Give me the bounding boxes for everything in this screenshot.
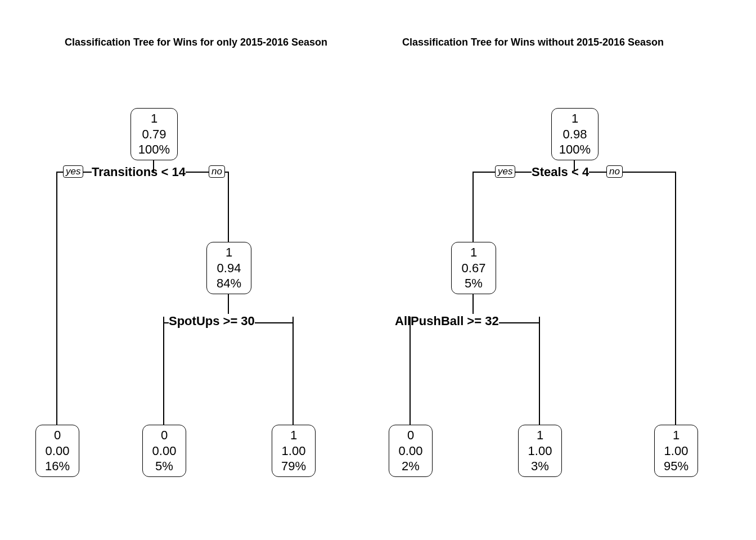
node-pct: 5% bbox=[457, 276, 490, 291]
yes-tag: yes bbox=[63, 165, 83, 178]
diagram-canvas: Classification Tree for Wins for only 20… bbox=[0, 0, 756, 540]
node-class: 1 bbox=[278, 428, 309, 443]
node-class: 0 bbox=[395, 428, 426, 443]
left-tree-title: Classification Tree for Wins for only 20… bbox=[65, 37, 327, 48]
edge bbox=[56, 172, 57, 425]
node-prob: 0.79 bbox=[137, 127, 172, 142]
left-leaf-a: 0 0.00 16% bbox=[35, 425, 79, 477]
node-prob: 0.00 bbox=[395, 443, 426, 459]
right-mid-node: 1 0.67 5% bbox=[451, 242, 496, 294]
left-split2-label: SpotUps >= 30 bbox=[169, 314, 255, 328]
edge bbox=[539, 317, 540, 322]
yes-tag: yes bbox=[495, 165, 515, 178]
node-prob: 0.00 bbox=[42, 443, 73, 459]
node-pct: 95% bbox=[660, 458, 692, 474]
node-pct: 5% bbox=[148, 458, 180, 474]
node-class: 1 bbox=[457, 245, 490, 260]
node-pct: 2% bbox=[395, 458, 426, 474]
right-leaf-c: 1 1.00 95% bbox=[654, 425, 698, 477]
edge bbox=[292, 322, 294, 425]
node-pct: 100% bbox=[137, 142, 172, 158]
node-prob: 1.00 bbox=[660, 443, 692, 459]
node-pct: 100% bbox=[557, 142, 592, 158]
edge bbox=[410, 317, 411, 322]
left-leaf-b: 0 0.00 5% bbox=[142, 425, 186, 477]
node-prob: 0.67 bbox=[457, 260, 490, 276]
node-prob: 0.00 bbox=[148, 443, 180, 459]
edge bbox=[163, 322, 164, 425]
left-leaf-c: 1 1.00 79% bbox=[272, 425, 316, 477]
node-class: 1 bbox=[524, 428, 556, 443]
left-mid-node: 1 0.94 84% bbox=[206, 242, 251, 294]
no-tag: no bbox=[606, 165, 623, 178]
edge bbox=[539, 322, 540, 425]
node-pct: 16% bbox=[42, 458, 73, 474]
edge bbox=[292, 317, 294, 322]
edge bbox=[153, 160, 154, 172]
node-class: 1 bbox=[557, 111, 592, 127]
right-leaf-b: 1 1.00 3% bbox=[518, 425, 562, 477]
right-root-node: 1 0.98 100% bbox=[551, 108, 598, 160]
right-tree-title: Classification Tree for Wins without 201… bbox=[402, 37, 664, 48]
node-class: 1 bbox=[660, 428, 692, 443]
left-split1-label: Transitions < 14 bbox=[92, 165, 186, 179]
edge bbox=[163, 317, 164, 322]
edge bbox=[472, 172, 474, 242]
node-class: 0 bbox=[148, 428, 180, 443]
node-prob: 1.00 bbox=[524, 443, 556, 459]
edge bbox=[675, 172, 676, 425]
edge bbox=[574, 160, 575, 172]
node-prob: 1.00 bbox=[278, 443, 309, 459]
no-tag: no bbox=[209, 165, 225, 178]
node-prob: 0.98 bbox=[557, 127, 592, 142]
right-split1-label: Steals < 4 bbox=[532, 165, 589, 179]
node-class: 1 bbox=[213, 245, 245, 260]
left-root-node: 1 0.79 100% bbox=[130, 108, 178, 160]
right-split2-label: AllPushBall >= 32 bbox=[395, 314, 499, 328]
edge bbox=[228, 172, 229, 242]
node-pct: 3% bbox=[524, 458, 556, 474]
edge bbox=[410, 322, 411, 425]
node-pct: 84% bbox=[213, 276, 245, 291]
node-prob: 0.94 bbox=[213, 260, 245, 276]
node-class: 1 bbox=[137, 111, 172, 127]
node-pct: 79% bbox=[278, 458, 309, 474]
right-leaf-a: 0 0.00 2% bbox=[389, 425, 433, 477]
node-class: 0 bbox=[42, 428, 73, 443]
